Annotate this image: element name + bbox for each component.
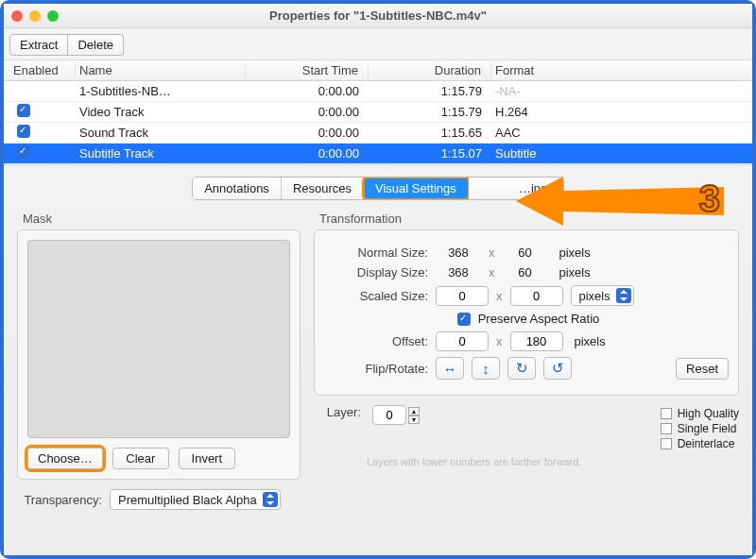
- layer-stepper[interactable]: ▲▼: [408, 407, 420, 424]
- display-width: 368: [436, 265, 481, 280]
- chevron-updown-icon: [616, 288, 631, 303]
- extract-button[interactable]: Extract: [9, 34, 68, 56]
- tab-other[interactable]: …ings: [469, 178, 563, 199]
- x-sep: x: [496, 334, 503, 348]
- tabs: Annotations Resources Visual Settings …i…: [17, 177, 739, 200]
- table-header: Enabled Name Start Time Duration Format: [4, 60, 752, 81]
- duration: 1:15.65: [369, 126, 491, 140]
- fliprotate-label: Flip/Rotate:: [324, 362, 428, 376]
- zoom-icon[interactable]: [47, 10, 59, 22]
- col-format: Format: [491, 63, 747, 77]
- transparency-select[interactable]: Premultiplied Black Alpha: [110, 489, 281, 510]
- mask-title: Mask: [23, 212, 301, 226]
- close-icon[interactable]: [11, 10, 23, 22]
- col-enabled: Enabled: [9, 63, 76, 77]
- single-field-label: Single Field: [678, 422, 737, 435]
- x-sep: x: [489, 265, 495, 280]
- mask-preview: [27, 240, 290, 438]
- transparency-label: Transparency:: [17, 493, 102, 507]
- col-duration: Duration: [369, 63, 491, 77]
- delete-button[interactable]: Delete: [68, 34, 124, 56]
- tab-resources[interactable]: Resources: [282, 178, 364, 199]
- enabled-checkbox[interactable]: [17, 125, 30, 138]
- choose-button[interactable]: Choose…: [27, 448, 103, 469]
- duration: 1:15.07: [369, 146, 491, 161]
- start-time: 0:00.00: [246, 146, 369, 161]
- display-size-label: Display Size:: [324, 265, 428, 280]
- tab-annotations[interactable]: Annotations: [193, 178, 282, 199]
- pixels-label: pixels: [559, 265, 591, 280]
- format: Subtitle: [491, 146, 747, 161]
- start-time: 0:00.00: [246, 84, 369, 98]
- single-field-checkbox[interactable]: [661, 423, 672, 434]
- offset-label: Offset:: [324, 334, 428, 348]
- rotate-cw-icon[interactable]: ↻: [507, 357, 536, 380]
- scaled-size-label: Scaled Size:: [324, 289, 428, 303]
- col-start: Start Time: [246, 63, 369, 77]
- format: AAC: [491, 126, 747, 140]
- scaled-unit-value: pixels: [579, 289, 610, 303]
- tracks-table: Enabled Name Start Time Duration Format …: [4, 59, 752, 165]
- rotate-ccw-icon[interactable]: ↺: [543, 357, 572, 380]
- track-name: Video Track: [76, 105, 246, 119]
- track-name: Subtitle Track: [76, 146, 246, 161]
- duration: 1:15.79: [369, 84, 491, 98]
- format: -NA-: [491, 84, 747, 98]
- table-row[interactable]: 1-Subtitles-NB…0:00.001:15.79-NA-: [4, 81, 752, 102]
- track-name: 1-Subtitles-NB…: [76, 84, 246, 98]
- deinterlace-label: Deinterlace: [678, 437, 735, 450]
- tutorial-step-number: 3: [699, 178, 720, 220]
- minimize-icon[interactable]: [29, 10, 41, 22]
- transparency-value: Premultiplied Black Alpha: [118, 493, 257, 507]
- duration: 1:15.79: [369, 105, 491, 119]
- tab-visual-settings[interactable]: Visual Settings: [364, 178, 469, 199]
- col-name: Name: [76, 63, 246, 77]
- transformation-title: Transformation: [319, 212, 739, 226]
- flip-horizontal-icon[interactable]: ↔: [436, 357, 464, 380]
- start-time: 0:00.00: [246, 126, 369, 140]
- normal-width: 368: [436, 246, 481, 260]
- format: H.264: [491, 105, 747, 119]
- offset-y-input[interactable]: [510, 331, 563, 351]
- window-title: Properties for "1-Subtitles-NBC.m4v": [11, 8, 745, 23]
- table-row[interactable]: Sound Track0:00.001:15.65AAC: [4, 123, 752, 144]
- preserve-aspect-label: Preserve Aspect Ratio: [478, 312, 600, 326]
- mask-group: Choose… Clear Invert: [17, 229, 301, 480]
- scaled-height-input[interactable]: [510, 286, 563, 306]
- normal-size-label: Normal Size:: [324, 246, 428, 260]
- enabled-checkbox[interactable]: [17, 104, 30, 117]
- display-height: 60: [503, 265, 548, 280]
- scaled-width-input[interactable]: [436, 286, 489, 306]
- layer-input[interactable]: [372, 405, 406, 425]
- deinterlace-checkbox[interactable]: [661, 438, 672, 449]
- layer-hint: Layers with lower numbers are farther fo…: [367, 456, 739, 467]
- offset-x-input[interactable]: [436, 331, 489, 351]
- layer-label: Layer:: [314, 405, 361, 419]
- chevron-updown-icon: [263, 492, 278, 507]
- table-row[interactable]: Video Track0:00.001:15.79H.264: [4, 102, 752, 123]
- high-quality-label: High Quality: [678, 407, 739, 420]
- titlebar: Properties for "1-Subtitles-NBC.m4v": [4, 4, 752, 28]
- transformation-group: Normal Size: 368 x 60 pixels Display Siz…: [314, 229, 739, 396]
- table-row[interactable]: Subtitle Track0:00.001:15.07Subtitle: [4, 144, 752, 164]
- start-time: 0:00.00: [246, 105, 369, 119]
- high-quality-checkbox[interactable]: [661, 408, 672, 419]
- reset-button[interactable]: Reset: [676, 358, 729, 380]
- x-sep: x: [489, 246, 495, 260]
- preserve-aspect-checkbox[interactable]: [457, 313, 471, 326]
- clear-button[interactable]: Clear: [112, 448, 169, 469]
- invert-button[interactable]: Invert: [179, 448, 235, 469]
- x-sep: x: [496, 289, 503, 303]
- track-name: Sound Track: [76, 126, 246, 140]
- pixels-label: pixels: [559, 246, 591, 260]
- pixels-label: pixels: [575, 334, 606, 348]
- scaled-unit-select[interactable]: pixels: [571, 285, 634, 306]
- enabled-checkbox[interactable]: [17, 145, 30, 159]
- toolbar: Extract Delete: [4, 28, 752, 59]
- flip-vertical-icon[interactable]: ↕: [472, 357, 500, 380]
- normal-height: 60: [503, 246, 548, 260]
